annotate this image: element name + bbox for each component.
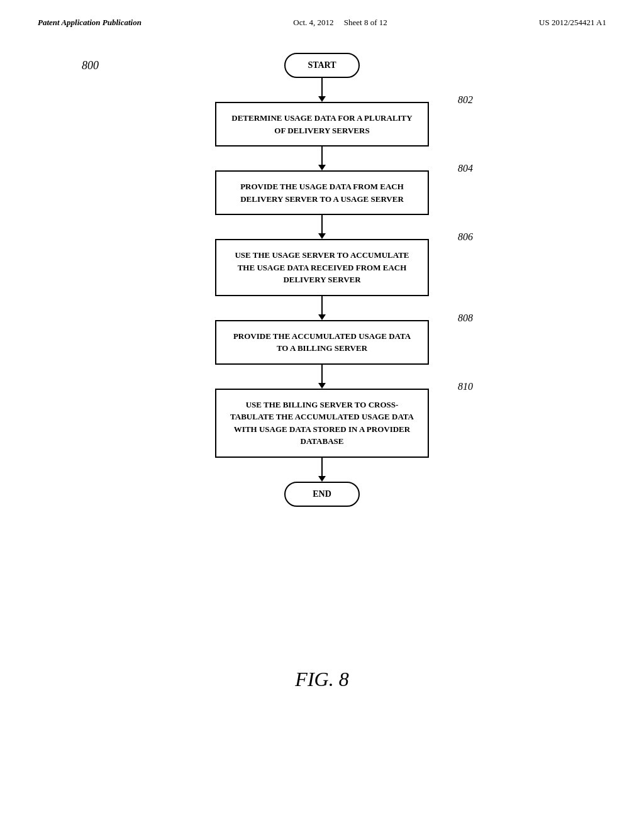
label-808: 808 bbox=[458, 313, 473, 324]
step-808-wrapper: PROVIDE THE ACCUMULATED USAGE DATATO A B… bbox=[215, 320, 429, 365]
diagram-area: 800 START DETERMINE USAGE DATA FOR A PLU… bbox=[0, 28, 644, 751]
label-806: 806 bbox=[458, 231, 473, 243]
step-808: PROVIDE THE ACCUMULATED USAGE DATATO A B… bbox=[215, 320, 429, 365]
label-802: 802 bbox=[458, 94, 473, 106]
step-802: DETERMINE USAGE DATA FOR A PLURALITYOF D… bbox=[215, 102, 429, 147]
label-804: 804 bbox=[458, 163, 473, 174]
step-806-wrapper: USE THE USAGE SERVER TO ACCUMULATETHE US… bbox=[215, 239, 429, 296]
arrow-1 bbox=[321, 78, 323, 97]
header-right: US 2012/254421 A1 bbox=[539, 18, 606, 28]
header-sheet: Sheet 8 of 12 bbox=[344, 18, 387, 27]
arrow-4 bbox=[321, 296, 323, 315]
arrow-5 bbox=[321, 365, 323, 384]
label-810: 810 bbox=[458, 381, 473, 392]
header-date: Oct. 4, 2012 bbox=[293, 18, 333, 27]
arrow-6 bbox=[321, 458, 323, 477]
arrow-2 bbox=[321, 147, 323, 165]
step-806: USE THE USAGE SERVER TO ACCUMULATETHE US… bbox=[215, 239, 429, 296]
header-left: Patent Application Publication bbox=[38, 18, 142, 28]
arrow-3 bbox=[321, 215, 323, 234]
header-center: Oct. 4, 2012 Sheet 8 of 12 bbox=[293, 18, 387, 28]
step-802-wrapper: DETERMINE USAGE DATA FOR A PLURALITYOF D… bbox=[215, 102, 429, 147]
end-wrapper: END bbox=[284, 482, 360, 507]
start-wrapper: START bbox=[284, 53, 360, 78]
start-node: START bbox=[284, 53, 360, 78]
step-804: PROVIDE THE USAGE DATA FROM EACHDELIVERY… bbox=[215, 170, 429, 215]
diagram-label: 800 bbox=[82, 59, 99, 72]
fig-caption: FIG. 8 bbox=[295, 668, 348, 691]
step-810: USE THE BILLING SERVER TO CROSS-TABULATE… bbox=[215, 389, 429, 458]
flowchart: START DETERMINE USAGE DATA FOR A PLURALI… bbox=[215, 53, 429, 507]
end-node: END bbox=[284, 482, 360, 507]
page-header: Patent Application Publication Oct. 4, 2… bbox=[0, 0, 644, 28]
step-810-wrapper: USE THE BILLING SERVER TO CROSS-TABULATE… bbox=[215, 389, 429, 458]
step-804-wrapper: PROVIDE THE USAGE DATA FROM EACHDELIVERY… bbox=[215, 170, 429, 215]
